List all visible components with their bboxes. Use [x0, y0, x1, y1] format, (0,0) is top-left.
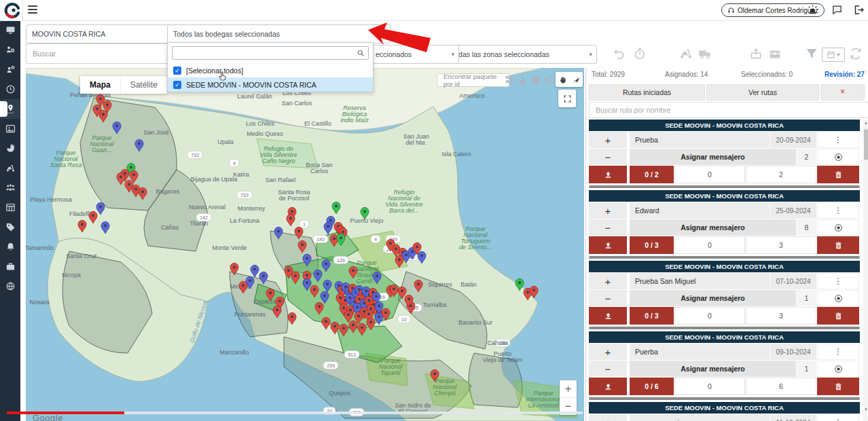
pointer-finger-icon[interactable] — [517, 74, 528, 85]
kebab-menu-button[interactable]: ⋮ — [817, 414, 859, 421]
svg-text:733: 733 — [240, 193, 249, 198]
zones-select[interactable]: Todas las zonas seleccionadas ▾ — [445, 45, 597, 64]
upload-icon — [604, 170, 613, 179]
card-horizontal-scrollbar[interactable] — [589, 256, 860, 259]
scrollbar-thumb[interactable] — [864, 129, 868, 160]
video-progress-bar[interactable] — [7, 411, 583, 414]
undo-icon[interactable] — [613, 47, 626, 60]
route-name-field[interactable]: escaneo masivo — [630, 414, 770, 421]
logout-icon[interactable] — [853, 4, 865, 16]
dropdown-option[interactable]: ✓[Selecionar todos] — [168, 63, 373, 77]
scanned-count: 0 — [674, 378, 745, 395]
start-route-button[interactable] — [589, 378, 627, 395]
sidebar-item-courier-scooter[interactable] — [0, 158, 20, 178]
kebab-menu-button[interactable]: ⋮ — [817, 344, 859, 360]
checkbox-checked-icon[interactable]: ✓ — [173, 67, 181, 75]
add-packages-button[interactable]: + — [589, 273, 627, 289]
delete-route-button[interactable] — [817, 378, 859, 395]
upload-icon — [604, 241, 613, 250]
dropdown-search-input[interactable] — [172, 46, 369, 60]
kebab-menu-button[interactable]: ⋮ — [817, 202, 859, 219]
filter-icon[interactable] — [805, 47, 818, 60]
remove-packages-button[interactable]: − — [589, 290, 627, 306]
siren-icon[interactable] — [807, 4, 818, 16]
dropdown-option[interactable]: ✓SEDE MOOVIN - MOOVIN COSTA RICA — [168, 77, 373, 92]
start-route-button[interactable] — [589, 307, 627, 325]
route-search-input[interactable]: Buscar ruta por nombre — [589, 102, 868, 118]
kebab-menu-button[interactable]: ⋮ — [817, 132, 859, 148]
sidebar-item-tags[interactable] — [0, 217, 20, 237]
assign-courier-button[interactable]: Asignar mensajero — [630, 149, 796, 165]
assign-courier-button[interactable]: Asignar mensajero — [630, 361, 796, 377]
tab-ver-rutas[interactable]: Ver rutas — [706, 84, 819, 100]
route-name-field[interactable]: Prueba — [630, 132, 770, 148]
chat-icon[interactable] — [831, 4, 843, 16]
remove-packages-button[interactable]: − — [589, 361, 627, 377]
sidebar-item-notifications-bell[interactable] — [0, 237, 20, 257]
start-route-button[interactable] — [589, 236, 627, 254]
sidebar-item-dashboard-monitor[interactable] — [0, 20, 20, 40]
route-name-field[interactable]: Edward — [630, 202, 770, 219]
sidebar-item-language-globe[interactable] — [0, 276, 20, 296]
scroll-down-icon[interactable]: ▼ — [863, 407, 868, 411]
remove-packages-button[interactable]: − — [589, 149, 627, 165]
close-panel-button[interactable]: × — [820, 84, 865, 100]
tab-map[interactable]: Mapa — [80, 76, 120, 94]
route-name-field[interactable]: Puerba — [630, 344, 770, 360]
add-packages-button[interactable]: + — [589, 414, 627, 421]
sidebar-item-history-clock[interactable] — [0, 79, 20, 99]
map-label: Puerto Viejo — [350, 217, 384, 224]
menu-icon[interactable] — [28, 5, 37, 14]
assign-courier-button[interactable]: Asignar mensajero — [630, 290, 796, 306]
view-route-button[interactable] — [817, 219, 859, 236]
disconnect-icon[interactable] — [543, 74, 554, 85]
tab-satellite[interactable]: Satélite — [120, 76, 167, 94]
sidebar-item-team[interactable] — [0, 178, 20, 198]
package-icon[interactable] — [768, 47, 782, 60]
map-canvas[interactable]: 7324733142114042491268062252162351023951… — [26, 68, 584, 421]
add-packages-button[interactable]: + — [589, 132, 627, 148]
company-select[interactable]: MOOVIN COSTA RICA ▾ — [26, 24, 182, 43]
lasso-icon[interactable] — [572, 75, 581, 84]
grab-hand-icon[interactable] — [558, 75, 567, 84]
delete-route-button[interactable] — [817, 307, 859, 325]
find-package-input[interactable]: Encontrar paquete por id — [437, 73, 509, 87]
tab-rutas-iniciadas[interactable]: Rutas iniciadas — [589, 84, 705, 100]
card-horizontal-scrollbar[interactable] — [589, 185, 860, 188]
motorcycle-icon[interactable] — [679, 47, 693, 60]
delete-route-button[interactable] — [817, 166, 859, 183]
delete-route-button[interactable] — [817, 236, 859, 254]
refresh-icon[interactable] — [849, 47, 863, 60]
card-horizontal-scrollbar[interactable] — [589, 397, 860, 400]
sidebar-item-route-map[interactable] — [0, 99, 20, 119]
view-route-button[interactable] — [817, 361, 859, 377]
kebab-menu-button[interactable]: ⋮ — [817, 273, 859, 289]
compress-icon[interactable] — [504, 74, 515, 85]
add-packages-button[interactable]: + — [589, 344, 627, 360]
sidebar-item-schedule-board[interactable] — [0, 198, 20, 217]
zoom-in-button[interactable]: + — [560, 380, 577, 398]
assign-courier-button[interactable]: Asignar mensajero — [630, 219, 796, 236]
sidebar-item-briefcase[interactable] — [0, 257, 20, 276]
checkbox-checked-icon[interactable]: ✓ — [173, 81, 181, 89]
remove-packages-button[interactable]: − — [589, 219, 627, 236]
fullscreen-button[interactable] — [558, 90, 576, 107]
hand-icon[interactable] — [530, 74, 541, 85]
view-route-button[interactable] — [817, 290, 859, 306]
start-route-button[interactable] — [589, 166, 627, 183]
sidebar-item-gallery[interactable] — [0, 119, 20, 139]
sidebar-item-routes-people[interactable] — [0, 40, 20, 60]
timer-icon[interactable] — [633, 47, 647, 60]
panel-scrollbar[interactable]: ▲ ▼ — [863, 120, 868, 421]
add-packages-button[interactable]: + — [589, 202, 627, 219]
sidebar-item-user-settings[interactable] — [0, 60, 20, 79]
view-route-button[interactable] — [817, 149, 859, 165]
warehouses-select[interactable]: Todos las bodegas seleccionadas ▴ — [167, 24, 391, 43]
route-name-field[interactable]: Prueba San Miguel — [630, 273, 770, 289]
card-horizontal-scrollbar[interactable] — [589, 327, 860, 329]
sidebar-item-pie-chart[interactable] — [0, 139, 20, 158]
truck-icon[interactable] — [698, 47, 712, 60]
box-upload-icon[interactable] — [749, 47, 763, 60]
calendar-select-button[interactable]: ▾ — [822, 48, 845, 62]
scroll-up-icon[interactable]: ▲ — [863, 121, 868, 125]
